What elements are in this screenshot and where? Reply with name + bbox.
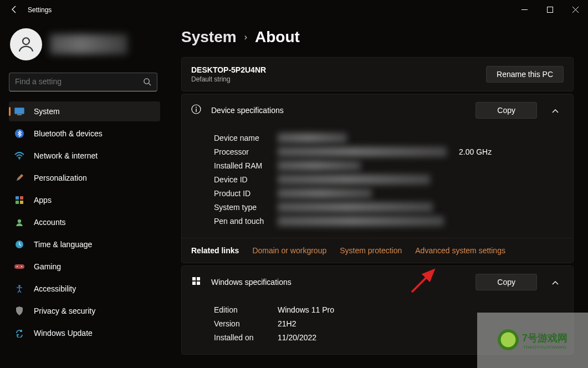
gaming-icon	[14, 262, 24, 272]
user-profile[interactable]	[9, 28, 160, 60]
svg-line-4	[149, 83, 151, 85]
svg-rect-11	[16, 201, 19, 204]
installed-on-value: 11/20/2022	[278, 333, 316, 342]
nav-network[interactable]: Network & internet	[9, 146, 160, 166]
spec-label: Pen and touch	[214, 217, 278, 226]
watermark-brand: 7号游戏网	[522, 331, 567, 345]
svg-rect-1	[547, 7, 553, 12]
watermark-subtitle: THAOYOUXIWANG	[522, 345, 567, 350]
nav-label: Privacy & security	[34, 306, 95, 315]
link-system-protection[interactable]: System protection	[340, 246, 402, 255]
nav-label: Apps	[34, 196, 52, 205]
copy-device-specs-button[interactable]: Copy	[475, 102, 537, 119]
redacted-value	[278, 133, 347, 143]
nav-update[interactable]: Windows Update	[9, 323, 160, 343]
nav-bluetooth[interactable]: Bluetooth & devices	[9, 124, 160, 144]
nav-label: Gaming	[34, 262, 61, 271]
svg-point-13	[18, 219, 21, 223]
device-subtitle: Default string	[191, 75, 266, 83]
clock-icon	[14, 239, 24, 249]
svg-rect-12	[20, 201, 23, 204]
nav-label: Windows Update	[34, 329, 93, 338]
nav-accessibility[interactable]: Accessibility	[9, 279, 160, 299]
collapse-button[interactable]	[547, 277, 564, 287]
maximize-button[interactable]	[537, 0, 563, 19]
device-specs-card: Device specifications Copy Device name P…	[181, 94, 574, 263]
svg-rect-23	[197, 277, 200, 280]
spec-label: System type	[214, 203, 278, 212]
info-icon	[191, 104, 201, 116]
search-field[interactable]	[9, 73, 137, 90]
svg-rect-5	[15, 108, 24, 114]
rename-pc-button[interactable]: Rename this PC	[486, 66, 564, 83]
link-advanced-system-settings[interactable]: Advanced system settings	[415, 246, 505, 255]
related-label: Related links	[191, 246, 239, 255]
back-button[interactable]	[10, 5, 20, 15]
device-name: DESKTOP-5P2U4NR	[191, 65, 266, 74]
close-button[interactable]	[563, 0, 588, 19]
nav-system[interactable]: System	[9, 101, 160, 121]
nav-accounts[interactable]: Accounts	[9, 212, 160, 232]
svg-rect-9	[16, 196, 19, 200]
link-domain-workgroup[interactable]: Domain or workgroup	[252, 246, 326, 255]
svg-rect-6	[17, 114, 22, 115]
nav-label: Accounts	[34, 218, 66, 227]
wifi-icon	[14, 151, 24, 161]
spec-label: Processor	[214, 147, 278, 156]
redacted-value	[278, 147, 447, 157]
version-value: 21H2	[278, 319, 296, 328]
device-specs-title: Device specifications	[211, 106, 466, 115]
nav-personalization[interactable]: Personalization	[9, 168, 160, 188]
nav-label: Time & language	[34, 240, 92, 249]
search-icon	[143, 78, 151, 88]
watermark-logo-icon	[498, 329, 519, 350]
brush-icon	[14, 173, 24, 183]
svg-point-18	[18, 285, 21, 287]
nav-apps[interactable]: Apps	[9, 190, 160, 210]
redacted-value	[278, 161, 361, 171]
shield-icon	[14, 306, 24, 316]
redacted-value	[278, 216, 444, 226]
chevron-right-icon: ›	[244, 32, 247, 42]
device-name-card: DESKTOP-5P2U4NR Default string Rename th…	[181, 57, 574, 91]
svg-point-8	[19, 158, 20, 159]
spec-label: Edition	[214, 305, 278, 314]
bluetooth-icon	[14, 129, 24, 139]
svg-point-20	[196, 107, 197, 108]
spec-label: Product ID	[214, 189, 278, 198]
minimize-button[interactable]	[512, 0, 537, 19]
nav-privacy[interactable]: Privacy & security	[9, 301, 160, 321]
svg-point-2	[23, 38, 29, 44]
windows-specs-title: Windows specifications	[211, 278, 466, 287]
spec-label: Device name	[214, 134, 278, 142]
svg-rect-22	[192, 277, 196, 280]
watermark: 7号游戏网 THAOYOUXIWANG	[477, 313, 588, 368]
window-title: Settings	[28, 6, 52, 14]
spec-label: Installed on	[214, 333, 278, 342]
processor-freq: 2.00 GHz	[459, 147, 492, 156]
svg-rect-15	[14, 264, 24, 269]
accounts-icon	[14, 217, 24, 227]
redacted-value	[278, 202, 433, 212]
nav-time[interactable]: Time & language	[9, 234, 160, 254]
edition-value: Windows 11 Pro	[278, 305, 334, 314]
nav-label: Accessibility	[34, 284, 76, 293]
svg-rect-10	[20, 196, 23, 200]
nav-list: System Bluetooth & devices Network & int…	[9, 101, 160, 343]
nav-label: Personalization	[34, 173, 87, 182]
svg-point-3	[144, 79, 149, 84]
svg-rect-21	[196, 109, 196, 112]
redacted-value	[278, 188, 372, 198]
nav-gaming[interactable]: Gaming	[9, 257, 160, 277]
search-input[interactable]	[9, 73, 157, 91]
svg-rect-25	[197, 282, 200, 285]
collapse-button[interactable]	[547, 105, 564, 115]
avatar	[10, 28, 42, 60]
update-icon	[14, 328, 24, 338]
accessibility-icon	[14, 284, 24, 294]
windows-icon	[191, 276, 201, 288]
breadcrumb-parent[interactable]: System	[181, 28, 237, 46]
copy-windows-specs-button[interactable]: Copy	[475, 274, 537, 290]
svg-rect-24	[192, 282, 196, 285]
breadcrumb: System › About	[181, 28, 574, 46]
